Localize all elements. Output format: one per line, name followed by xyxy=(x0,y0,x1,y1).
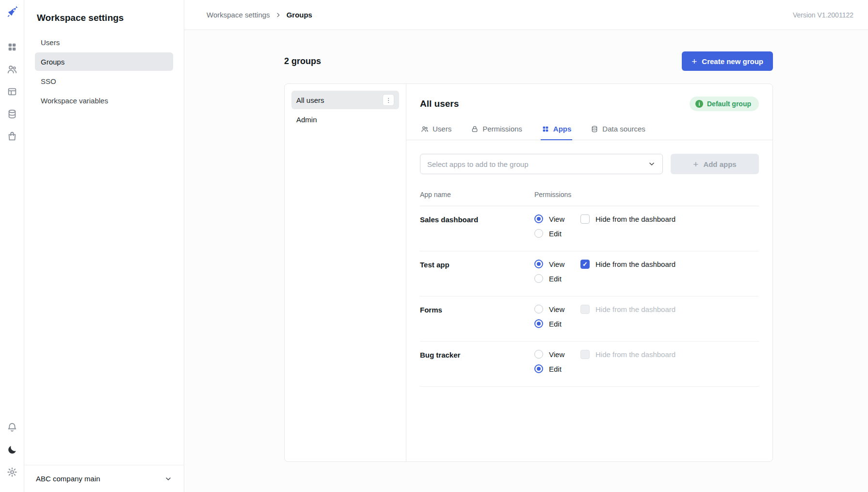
hide-from-dashboard-option[interactable]: Hide from the dashboard xyxy=(580,214,759,224)
sidebar-item-groups[interactable]: Groups xyxy=(35,52,173,71)
view-radio[interactable] xyxy=(534,214,543,223)
tab-label: Permissions xyxy=(482,125,522,133)
groups-count: 2 groups xyxy=(284,56,321,66)
hide-from-dashboard-checkbox[interactable] xyxy=(580,260,590,269)
apps-tab-panel: Select apps to add to the group + Add ap… xyxy=(406,140,772,400)
breadcrumb-root[interactable]: Workspace settings xyxy=(207,11,270,19)
view-permission-option[interactable]: View xyxy=(534,305,580,313)
settings-gear-icon[interactable] xyxy=(7,467,17,477)
permission-radios: View Edit xyxy=(534,350,580,379)
hide-from-dashboard-label: Hide from the dashboard xyxy=(595,305,675,313)
kebab-menu-icon[interactable]: ⋮ xyxy=(383,94,394,106)
breadcrumb: Workspace settings Groups xyxy=(207,11,312,19)
group-list-item-all-users[interactable]: All users ⋮ xyxy=(291,91,399,109)
view-permission-option[interactable]: View xyxy=(534,214,580,223)
hide-from-dashboard-label: Hide from the dashboard xyxy=(595,350,675,359)
apps-select[interactable]: Select apps to add to the group xyxy=(420,154,663,174)
radio-label: View xyxy=(549,350,564,359)
sidebar-item-label: SSO xyxy=(41,77,56,85)
edit-radio[interactable] xyxy=(534,229,543,238)
view-radio[interactable] xyxy=(534,305,543,313)
tab-data-sources[interactable]: Data sources xyxy=(590,122,646,140)
database-layers-icon[interactable] xyxy=(7,109,17,119)
audit-layout-icon[interactable] xyxy=(7,86,17,97)
plus-icon: + xyxy=(693,160,698,169)
groups-header: 2 groups + Create new group xyxy=(284,51,773,71)
radio-label: View xyxy=(549,215,564,223)
sidebar-item-label: Groups xyxy=(41,58,64,66)
table-row: Forms View Edit Hide from the dashboard xyxy=(420,296,759,342)
radio-label: Edit xyxy=(549,230,562,238)
view-radio[interactable] xyxy=(534,350,543,359)
edit-radio[interactable] xyxy=(534,274,543,283)
tab-label: Users xyxy=(433,125,451,133)
radio-label: Edit xyxy=(549,320,562,328)
edit-permission-option[interactable]: Edit xyxy=(534,229,580,238)
apps-table-header: App name Permissions xyxy=(420,188,759,206)
notifications-bell-icon[interactable] xyxy=(7,422,17,433)
chevron-down-icon xyxy=(164,475,172,483)
dark-mode-moon-icon[interactable] xyxy=(7,444,17,455)
content-scroll[interactable]: 2 groups + Create new group All users ⋮ xyxy=(184,30,868,492)
view-permission-option[interactable]: View xyxy=(534,350,580,359)
table-row: Sales dashboard View Edit Hide from the … xyxy=(420,206,759,251)
default-group-badge: i Default group xyxy=(690,97,759,111)
create-new-group-button[interactable]: + Create new group xyxy=(682,51,773,71)
radio-label: View xyxy=(549,260,564,268)
tab-permissions[interactable]: Permissions xyxy=(470,122,523,140)
group-detail-header: All users i Default group Users xyxy=(406,84,772,140)
marketplace-icon[interactable] xyxy=(7,131,17,142)
radio-label: View xyxy=(549,305,564,313)
edit-permission-option[interactable]: Edit xyxy=(534,274,580,283)
add-apps-button: + Add apps xyxy=(671,154,759,174)
group-name: Admin xyxy=(296,115,317,124)
tab-label: Apps xyxy=(553,125,572,133)
main-area: Workspace settings Groups Version V1.200… xyxy=(184,0,868,492)
apps-table-rows: Sales dashboard View Edit Hide from the … xyxy=(420,206,759,387)
tab-label: Data sources xyxy=(602,125,645,133)
rocket-logo-icon[interactable] xyxy=(6,6,18,18)
apps-select-placeholder: Select apps to add to the group xyxy=(427,160,528,168)
settings-nav: Users Groups SSO Workspace variables xyxy=(24,33,184,111)
edit-radio[interactable] xyxy=(534,319,543,328)
dashboard-grid-icon[interactable] xyxy=(7,42,17,52)
settings-sidebar: Workspace settings Users Groups SSO Work… xyxy=(24,0,184,492)
sidebar-item-users[interactable]: Users xyxy=(35,33,173,51)
tab-apps[interactable]: Apps xyxy=(541,122,573,140)
edit-radio[interactable] xyxy=(534,364,543,373)
users-icon[interactable] xyxy=(7,64,17,75)
group-list-item-admin[interactable]: Admin xyxy=(291,110,399,129)
edit-permission-option[interactable]: Edit xyxy=(534,364,580,373)
app-name: Sales dashboard xyxy=(420,214,534,224)
app-root: Workspace settings Users Groups SSO Work… xyxy=(0,0,868,492)
tab-users[interactable]: Users xyxy=(420,122,452,140)
hide-from-dashboard-option: Hide from the dashboard xyxy=(580,350,759,359)
edit-permission-option[interactable]: Edit xyxy=(534,319,580,328)
settings-sidebar-title: Workspace settings xyxy=(37,13,171,23)
group-title: All users xyxy=(420,98,459,109)
group-tabs: Users Permissions Apps xyxy=(406,122,772,140)
table-row: Test app View Edit Hide from the dashboa… xyxy=(420,251,759,296)
view-radio[interactable] xyxy=(534,260,543,268)
workspace-switcher[interactable]: ABC company main xyxy=(24,465,184,492)
group-name: All users xyxy=(296,96,324,104)
app-name: Forms xyxy=(420,305,534,314)
database-icon xyxy=(591,125,598,133)
sidebar-item-sso[interactable]: SSO xyxy=(35,72,173,90)
apps-table: App name Permissions Sales dashboard Vie… xyxy=(420,188,759,387)
apps-grid-icon xyxy=(542,125,549,133)
sidebar-item-label: Workspace variables xyxy=(41,97,108,105)
table-row: Bug tracker View Edit Hide from the dash… xyxy=(420,342,759,387)
app-name: Test app xyxy=(420,260,534,269)
workspace-switcher-label: ABC company main xyxy=(36,475,100,483)
hide-from-dashboard-checkbox[interactable] xyxy=(580,214,590,224)
hide-from-dashboard-label: Hide from the dashboard xyxy=(595,215,675,223)
permission-radios: View Edit xyxy=(534,214,580,244)
hide-from-dashboard-option[interactable]: Hide from the dashboard xyxy=(580,260,759,269)
groups-card: All users ⋮ Admin All users xyxy=(284,83,773,462)
group-title-row: All users i Default group xyxy=(420,97,759,111)
lock-icon xyxy=(471,125,479,133)
sidebar-item-workspace-variables[interactable]: Workspace variables xyxy=(35,91,173,110)
view-permission-option[interactable]: View xyxy=(534,260,580,268)
plus-icon: + xyxy=(691,57,697,66)
